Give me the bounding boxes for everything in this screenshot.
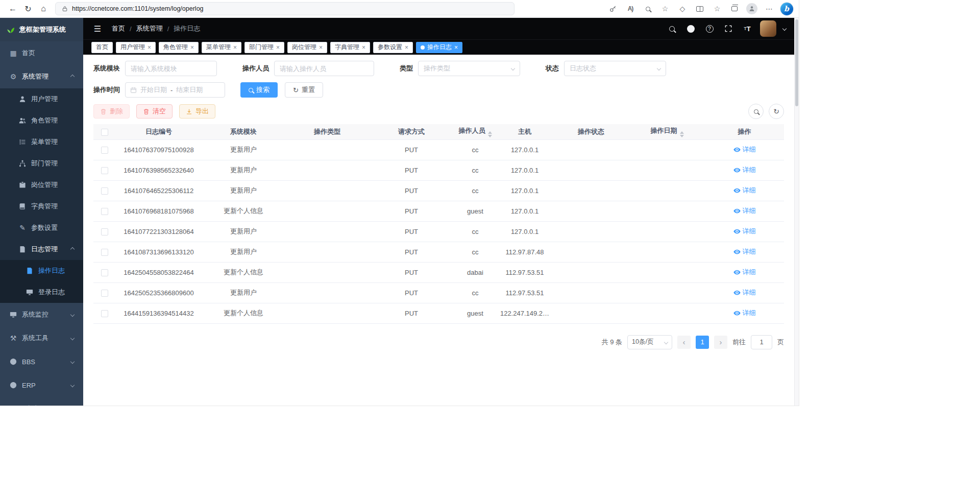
row-checkbox[interactable] <box>101 187 108 195</box>
prev-page-button[interactable]: ‹ <box>677 336 691 349</box>
sidebar-item-departments[interactable]: 部门管理 <box>0 153 83 174</box>
sort-icon[interactable] <box>488 131 492 137</box>
sidebar-item-login-log[interactable]: 登录日志 <box>0 281 83 303</box>
close-icon[interactable]: × <box>233 44 237 51</box>
sidebar-item-yi-framework[interactable]: Yi框架 <box>0 397 83 406</box>
row-checkbox[interactable] <box>101 147 108 154</box>
sort-icon[interactable] <box>680 131 684 137</box>
detail-link[interactable]: 详细 <box>733 268 756 277</box>
back-button[interactable]: ← <box>5 1 20 16</box>
col-date[interactable]: 操作日期 <box>629 124 705 139</box>
tab-departments[interactable]: 部门管理× <box>244 42 284 53</box>
module-input[interactable] <box>125 61 217 76</box>
breadcrumb-home[interactable]: 首页 <box>112 24 125 33</box>
sidebar-item-parameters[interactable]: ✎ 参数设置 <box>0 217 83 239</box>
chevron-down-icon[interactable] <box>782 27 787 31</box>
tab-parameters[interactable]: 参数设置× <box>373 42 413 53</box>
status-select[interactable]: 日志状态 <box>564 61 666 76</box>
tab-posts[interactable]: 岗位管理× <box>287 42 327 53</box>
breadcrumb-system[interactable]: 系统管理 <box>136 24 163 33</box>
detail-link[interactable]: 详细 <box>733 309 756 318</box>
refresh-button[interactable]: ↻ <box>769 104 784 119</box>
sidebar-item-operation-log[interactable]: 操作日志 <box>0 260 83 281</box>
sidebar-item-posts[interactable]: 岗位管理 <box>0 174 83 196</box>
detail-link[interactable]: 详细 <box>733 145 756 154</box>
page-size-select[interactable]: 10条/页 <box>627 335 672 349</box>
tab-home[interactable]: 首页 <box>91 42 113 53</box>
search-button[interactable]: 搜索 <box>240 82 278 98</box>
detail-link[interactable]: 详细 <box>733 186 756 195</box>
browser-essentials-button[interactable]: ◇ <box>675 1 690 16</box>
next-page-button[interactable]: › <box>714 336 727 349</box>
fullscreen-button[interactable] <box>722 22 734 35</box>
header-search-button[interactable] <box>666 22 678 35</box>
home-button[interactable]: ⌂ <box>36 1 51 16</box>
page-scrollbar[interactable] <box>794 18 799 406</box>
sidebar-item-dictionary[interactable]: 字典管理 <box>0 196 83 217</box>
close-icon[interactable]: × <box>148 44 151 51</box>
bing-button[interactable]: b <box>779 1 794 16</box>
type-select[interactable]: 操作类型 <box>418 61 520 76</box>
sidebar-item-tools[interactable]: ⚒ 系统工具 <box>0 326 83 350</box>
close-icon[interactable]: × <box>190 44 194 51</box>
user-avatar[interactable] <box>760 20 776 37</box>
sidebar-item-bbs[interactable]: BBS <box>0 350 83 373</box>
close-icon[interactable]: × <box>362 44 365 51</box>
clear-button[interactable]: 清空 <box>136 104 173 119</box>
operator-input[interactable] <box>274 61 374 76</box>
sidebar-item-monitoring[interactable]: 系统监控 <box>0 303 83 326</box>
goto-page-input[interactable] <box>751 335 772 349</box>
close-icon[interactable]: × <box>405 44 408 51</box>
export-button[interactable]: 导出 <box>179 104 215 119</box>
current-page[interactable]: 1 <box>696 336 709 349</box>
sidebar-item-home[interactable]: ▦ 首页 <box>0 41 83 65</box>
password-key-button[interactable] <box>606 1 620 16</box>
row-checkbox[interactable] <box>101 310 108 317</box>
col-operator[interactable]: 操作人员 <box>454 124 497 139</box>
reset-button[interactable]: ↻ 重置 <box>285 82 323 98</box>
sidebar-item-users[interactable]: 用户管理 <box>0 88 83 110</box>
select-all-checkbox[interactable] <box>101 129 108 136</box>
scrollbar-thumb[interactable] <box>795 19 798 106</box>
row-checkbox[interactable] <box>101 167 108 174</box>
sidebar-item-system[interactable]: ⚙ 系统管理 <box>0 65 83 88</box>
split-screen-button[interactable] <box>693 1 707 16</box>
sidebar-item-menus[interactable]: 菜单管理 <box>0 131 83 153</box>
row-checkbox[interactable] <box>101 228 108 235</box>
detail-link[interactable]: 详细 <box>733 227 756 236</box>
profile-button[interactable] <box>745 1 759 16</box>
favorites-button[interactable]: ☆ <box>710 1 724 16</box>
row-checkbox[interactable] <box>101 208 108 215</box>
zoom-button[interactable] <box>641 1 655 16</box>
github-button[interactable] <box>684 22 697 35</box>
detail-link[interactable]: 详细 <box>733 247 756 256</box>
tab-dictionary[interactable]: 字典管理× <box>330 42 370 53</box>
add-favorite-button[interactable]: ☆ <box>658 1 672 16</box>
address-bar[interactable]: https://ccnetcore.com:1101/system/log/op… <box>55 2 514 15</box>
detail-link[interactable]: 详细 <box>733 165 756 175</box>
collections-button[interactable] <box>727 1 742 16</box>
detail-link[interactable]: 详细 <box>733 288 756 297</box>
row-checkbox[interactable] <box>101 249 108 256</box>
collapse-menu-button[interactable]: ☰ <box>91 22 104 35</box>
row-checkbox[interactable] <box>101 269 108 276</box>
tab-users[interactable]: 用户管理× <box>116 42 156 53</box>
close-icon[interactable]: × <box>319 44 323 51</box>
reload-button[interactable]: ↻ <box>20 1 36 16</box>
sidebar-item-erp[interactable]: ERP <box>0 373 83 397</box>
more-options-button[interactable]: ⋯ <box>762 1 776 16</box>
tab-menus[interactable]: 菜单管理× <box>202 42 241 53</box>
delete-button[interactable]: 删除 <box>93 104 130 119</box>
sidebar-item-roles[interactable]: 角色管理 <box>0 110 83 131</box>
read-aloud-button[interactable]: A) <box>623 1 638 16</box>
help-button[interactable]: ? <box>703 22 716 35</box>
show-search-button[interactable] <box>748 104 764 119</box>
date-range-picker[interactable]: 开始日期 - 结束日期 <box>125 82 225 98</box>
font-size-button[interactable]: TT <box>741 22 753 35</box>
sidebar-item-logs[interactable]: 日志管理 <box>0 239 83 260</box>
close-icon[interactable]: × <box>276 44 280 51</box>
detail-link[interactable]: 详细 <box>733 206 756 216</box>
row-checkbox[interactable] <box>101 290 108 297</box>
close-icon[interactable]: × <box>454 44 458 51</box>
tab-operation-log[interactable]: 操作日志× <box>416 42 462 53</box>
